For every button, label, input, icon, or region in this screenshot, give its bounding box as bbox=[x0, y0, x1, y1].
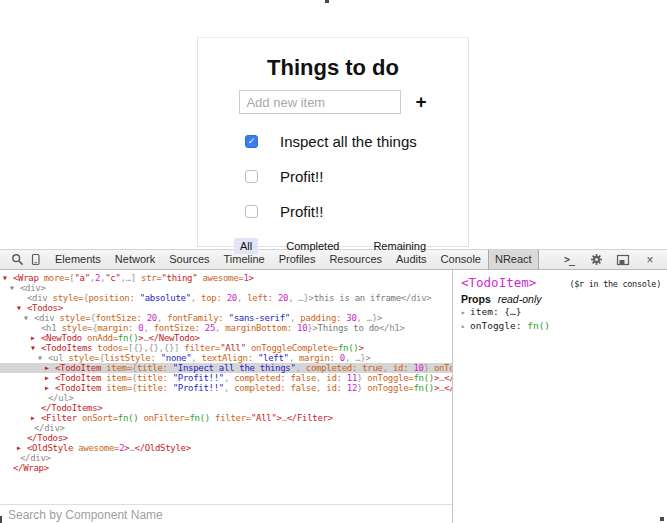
code-segment: onToggle= bbox=[367, 383, 413, 393]
code-segment: completed: bbox=[234, 373, 290, 383]
tab-elements[interactable]: Elements bbox=[48, 250, 108, 269]
tree-node[interactable]: ▼<Wrap more=["a",2,"c",…] str="thing" aw… bbox=[0, 273, 452, 283]
console-drawer-icon[interactable]: >_ bbox=[560, 250, 578, 269]
code-segment: </Todos> bbox=[27, 433, 68, 443]
tree-node[interactable]: </ul> bbox=[0, 393, 452, 403]
filter-remaining[interactable]: Remaining bbox=[367, 238, 432, 254]
code-segment: false bbox=[291, 373, 317, 383]
tab-network[interactable]: Network bbox=[108, 250, 162, 269]
checkbox-checked-icon[interactable]: ✓ bbox=[245, 135, 258, 148]
filter-all[interactable]: All bbox=[234, 238, 258, 254]
code-segment: style= bbox=[61, 323, 92, 333]
tree-node[interactable]: </Todos> bbox=[0, 433, 452, 443]
tree-node[interactable]: </TodoItems> bbox=[0, 403, 452, 413]
code-segment: onToggleComplete= bbox=[251, 343, 338, 353]
tree-node[interactable]: ▶<TodoItem item={title: "Profit!!", comp… bbox=[0, 373, 452, 383]
checkbox-unchecked-icon[interactable] bbox=[245, 170, 258, 183]
expand-arrow-icon[interactable]: ▶ bbox=[45, 373, 55, 383]
todo-row: ✓Inspect all the things bbox=[245, 133, 468, 149]
tree-node[interactable]: ▶<OldStyle awesome=2>…</OldStyle> bbox=[0, 443, 452, 453]
code-segment: , bbox=[237, 293, 247, 303]
code-segment: item= bbox=[106, 363, 132, 373]
code-segment: title: bbox=[137, 383, 173, 393]
expand-arrow-icon[interactable]: ▼ bbox=[31, 343, 41, 353]
inspector-header: <TodoItem> ($r in the console) bbox=[461, 275, 661, 290]
settings-gear-icon[interactable] bbox=[587, 250, 605, 269]
expand-arrow-icon[interactable]: ▶ bbox=[45, 383, 55, 393]
tree-node[interactable]: </div> bbox=[0, 423, 452, 433]
code-segment: <div> bbox=[20, 283, 46, 293]
code-segment: id: bbox=[393, 363, 413, 373]
prop-value: {…} bbox=[504, 306, 521, 317]
tree-node[interactable]: ▼<div style={fontSize: 20, fontFamily: "… bbox=[0, 313, 452, 323]
code-segment: > bbox=[365, 353, 370, 363]
tree-node[interactable]: ▶<Filter onSort=fn() onFilter=fn() filte… bbox=[0, 413, 452, 423]
code-segment: </TodoItem> bbox=[444, 383, 452, 393]
code-segment: </ul> bbox=[48, 393, 74, 403]
inspect-magnifier-icon[interactable] bbox=[8, 250, 26, 269]
code-segment: "thing" bbox=[162, 273, 203, 283]
screen: { "app": { "title": "Things to do", "inp… bbox=[0, 0, 667, 523]
code-segment: completed: bbox=[306, 363, 362, 373]
code-segment: [{},{},{}] bbox=[128, 343, 184, 353]
code-segment: , bbox=[215, 323, 225, 333]
tree-node[interactable]: <div style={position: "absolute", top: 2… bbox=[0, 293, 452, 303]
tree-node[interactable]: </div> bbox=[0, 453, 452, 463]
close-icon[interactable]: × bbox=[641, 250, 659, 269]
device-mode-icon[interactable] bbox=[26, 250, 44, 269]
code-segment: fn() bbox=[413, 383, 433, 393]
tree-node[interactable]: ▼<div> bbox=[0, 283, 452, 293]
code-segment: todos= bbox=[97, 343, 128, 353]
add-item-input[interactable] bbox=[239, 90, 401, 114]
code-segment: , bbox=[316, 373, 326, 383]
tree-node[interactable]: </Wrap> bbox=[0, 463, 452, 473]
code-segment: , …} bbox=[345, 353, 365, 363]
todo-app-iframe: Things to do + ✓Inspect all the thingsPr… bbox=[197, 37, 469, 247]
expand-arrow-icon[interactable]: ▼ bbox=[17, 303, 27, 313]
expand-arrow-icon[interactable]: ▸ bbox=[461, 320, 470, 333]
prop-row[interactable]: ▸onToggle: fn() bbox=[461, 319, 661, 333]
props-section-header: Props read-only bbox=[461, 293, 661, 305]
tree-node[interactable]: <h1 style={margin: 0, fontSize: 25, marg… bbox=[0, 323, 452, 333]
code-segment: Things to do bbox=[318, 323, 379, 333]
tree-node[interactable]: ▼<ul style={listStyle: "none", textAlign… bbox=[0, 353, 452, 363]
code-segment: <Wrap bbox=[13, 273, 44, 283]
code-segment: <TodoItem bbox=[55, 383, 106, 393]
tree-node[interactable]: ▶<NewTodo onAdd=fn()>…</NewTodo> bbox=[0, 333, 452, 343]
code-segment: item= bbox=[106, 383, 132, 393]
code-segment: > bbox=[377, 313, 382, 323]
expand-arrow-icon[interactable]: ▶ bbox=[31, 413, 41, 423]
expand-arrow-icon[interactable]: ▶ bbox=[31, 333, 41, 343]
code-segment: , …} bbox=[357, 313, 377, 323]
expand-arrow-icon[interactable]: ▼ bbox=[10, 283, 20, 293]
expand-arrow-icon[interactable]: ▼ bbox=[24, 313, 34, 323]
code-segment: </Wrap> bbox=[13, 463, 49, 473]
code-segment: style= bbox=[60, 313, 91, 323]
tree-node[interactable]: ▼<Todos> bbox=[0, 303, 452, 313]
tab-nreact[interactable]: NReact bbox=[488, 250, 539, 269]
code-segment: , …} bbox=[288, 293, 308, 303]
code-segment: </TodoItem> bbox=[444, 373, 452, 383]
code-segment: style= bbox=[53, 293, 84, 303]
code-segment: id: bbox=[326, 383, 346, 393]
component-search-input[interactable] bbox=[0, 508, 452, 522]
code-segment: } bbox=[357, 373, 367, 383]
dock-side-icon[interactable] bbox=[614, 250, 632, 269]
expand-arrow-icon[interactable]: ▶ bbox=[45, 363, 55, 373]
add-item-button[interactable]: + bbox=[415, 93, 426, 111]
filter-completed[interactable]: Completed bbox=[280, 238, 345, 254]
expand-arrow-icon[interactable]: ▼ bbox=[38, 353, 48, 363]
code-segment: 20 bbox=[227, 293, 237, 303]
tree-node[interactable]: ▶<TodoItem item={title: "Profit!!", comp… bbox=[0, 383, 452, 393]
code-segment: , bbox=[224, 373, 234, 383]
prop-row[interactable]: ▸item: {…} bbox=[461, 305, 661, 319]
checkbox-unchecked-icon[interactable] bbox=[245, 205, 258, 218]
selected-component-tag: <TodoItem> bbox=[461, 275, 536, 290]
tree-node[interactable]: ▼<TodoItems todos=[{},{},{}] filter="All… bbox=[0, 343, 452, 353]
expand-arrow-icon[interactable]: ▼ bbox=[3, 273, 13, 283]
expand-arrow-icon[interactable]: ▸ bbox=[461, 306, 470, 319]
prop-value: fn() bbox=[527, 320, 550, 331]
code-segment: fn() bbox=[338, 343, 358, 353]
expand-arrow-icon[interactable]: ▶ bbox=[17, 443, 27, 453]
tree-node[interactable]: ▶<TodoItem item={title: "Inspect all the… bbox=[0, 363, 452, 373]
